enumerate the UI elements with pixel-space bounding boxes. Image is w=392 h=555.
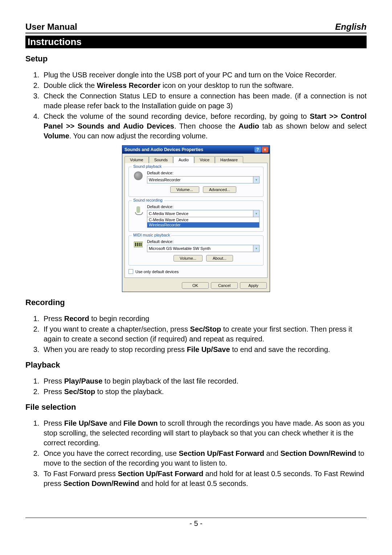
about-button[interactable]: About... <box>206 255 233 262</box>
text: to begin playback of the last file recor… <box>102 377 238 385</box>
dialog-wrap: Sounds and Audio Devices Properties ? × … <box>25 145 367 292</box>
text: When you are ready to stop recording pre… <box>44 345 187 353</box>
text: . You can now adjust the recording volum… <box>69 132 208 140</box>
list-item: Once you have the correct recording, use… <box>41 449 367 468</box>
bold: Section Up/Fast Forward <box>179 449 264 457</box>
header-right: English <box>335 22 367 32</box>
tab-body: Sound playback Default device: WirelessR… <box>124 163 268 278</box>
help-icon[interactable]: ? <box>254 147 261 153</box>
setup-list: Plug the USB receiver dongle into the US… <box>25 70 367 141</box>
recording-device-dropdown[interactable]: C-Media Wave Device ▾ <box>147 210 260 217</box>
dialog-buttons: OK Cancel Apply <box>122 280 270 292</box>
chevron-down-icon[interactable]: ▾ <box>253 177 259 183</box>
text: and <box>264 449 280 457</box>
bold: Volume <box>44 132 69 140</box>
tab-volume[interactable]: Volume <box>124 156 149 163</box>
option[interactable]: C-Media Wave Device <box>147 217 259 222</box>
close-icon[interactable]: × <box>262 147 268 153</box>
text: Press <box>44 419 64 427</box>
text: to stop the playback. <box>95 388 164 396</box>
header-left: User Manual <box>25 22 77 32</box>
text: Press <box>44 315 64 323</box>
text: Plug the USB receiver dongle into the US… <box>44 71 336 79</box>
text: Once you have the correct recording, use <box>44 449 179 457</box>
list-item: Check the Connection Status LED to ensur… <box>41 91 367 111</box>
bold: Record <box>64 315 89 323</box>
dropdown-value: WirelessRecorder <box>147 178 253 182</box>
text: If you want to create a chapter/section,… <box>44 325 190 333</box>
checkbox-label: Use only default devices <box>135 270 179 274</box>
label-default-device: Default device: <box>147 239 260 244</box>
text: To Fast Forward press <box>44 470 118 478</box>
group-title: Sound playback <box>132 164 163 169</box>
group-title: MIDI music playback <box>132 233 171 237</box>
header-row: User Manual English <box>25 22 367 33</box>
bold: Sec/Stop <box>64 388 95 396</box>
advanced-button[interactable]: Advanced... <box>203 186 236 193</box>
apply-button[interactable]: Apply <box>240 282 267 289</box>
midi-icon <box>132 239 144 250</box>
list-item: To Fast Forward press Section Up/Fast Fo… <box>41 469 367 489</box>
section-banner-instructions: Instructions <box>25 36 367 48</box>
bold: Section Down/Rewind <box>281 449 356 457</box>
volume-button[interactable]: Volume... <box>173 255 203 262</box>
list-item: Press Record to begin recording <box>41 314 367 324</box>
list-item: Press Sec/Stop to stop the playback. <box>41 387 367 397</box>
group-title: Sound recording <box>132 198 164 202</box>
text: Check the Connection Status LED to ensur… <box>44 92 367 110</box>
text: Press <box>44 388 64 396</box>
bold: File Down <box>123 419 158 427</box>
bold: Play/Pause <box>64 377 103 385</box>
bold: File Up/Save <box>64 419 107 427</box>
heading-file-selection: File selection <box>25 402 367 412</box>
titlebar-text: Sounds and Audio Devices Properties <box>124 147 203 152</box>
list-item: Plug the USB receiver dongle into the US… <box>41 70 367 80</box>
bold: Section Down/Rewind <box>63 479 139 487</box>
tab-hardware[interactable]: Hardware <box>215 156 243 163</box>
tab-audio[interactable]: Audio <box>173 156 194 163</box>
use-only-default-row[interactable]: Use only default devices <box>128 269 264 274</box>
recording-device-options[interactable]: C-Media Wave Device WirelessRecorder <box>147 217 260 228</box>
ok-button[interactable]: OK <box>182 282 209 289</box>
dropdown-value: Microsoft GS Wavetable SW Synth <box>147 246 253 251</box>
recording-list: Press Record to begin recording If you w… <box>25 314 367 355</box>
text: to begin recording <box>89 315 150 323</box>
midi-device-dropdown[interactable]: Microsoft GS Wavetable SW Synth ▾ <box>147 245 260 252</box>
heading-recording: Recording <box>25 298 367 307</box>
option-selected[interactable]: WirelessRecorder <box>147 222 259 227</box>
microphone-icon <box>132 204 144 215</box>
list-item: If you want to create a chapter/section,… <box>41 324 367 344</box>
text: Press <box>44 377 64 385</box>
chevron-down-icon[interactable]: ▾ <box>253 210 259 217</box>
list-item: Double click the Wireless Recorder icon … <box>41 81 367 90</box>
bold: Section Up/Fast Forward <box>118 470 204 478</box>
page-footer: - 5 - <box>25 518 367 528</box>
text: tab as shown below and select <box>259 122 367 130</box>
cancel-button[interactable]: Cancel <box>211 282 238 289</box>
text: . Then choose the <box>174 122 238 130</box>
volume-button[interactable]: Volume... <box>170 186 199 193</box>
chevron-down-icon[interactable]: ▾ <box>253 245 259 252</box>
tab-strip: Volume Sounds Audio Voice Hardware <box>122 154 270 163</box>
tab-sounds[interactable]: Sounds <box>149 156 173 163</box>
tab-voice[interactable]: Voice <box>194 156 215 163</box>
text: icon on your desktop to run the software… <box>160 81 294 89</box>
group-sound-recording: Sound recording Default device: C-Media … <box>128 200 264 232</box>
group-sound-playback: Sound playback Default device: WirelessR… <box>128 167 264 197</box>
label-default-device: Default device: <box>147 171 260 175</box>
playback-device-dropdown[interactable]: WirelessRecorder ▾ <box>147 176 260 183</box>
checkbox[interactable] <box>128 269 133 274</box>
speaker-icon <box>132 170 144 182</box>
bold: Wireless Recorder <box>97 81 160 89</box>
bold: File Up/Save <box>187 345 230 353</box>
text: and hold for at least 0.5 seconds. <box>139 479 248 487</box>
titlebar[interactable]: Sounds and Audio Devices Properties ? × <box>122 146 270 154</box>
page: User Manual English Instructions Setup P… <box>0 0 392 542</box>
heading-playback: Playback <box>25 360 367 370</box>
text: Double click the <box>44 81 97 89</box>
text: to end and save the recording. <box>230 345 330 353</box>
dropdown-value: C-Media Wave Device <box>147 211 253 216</box>
text: and <box>107 419 123 427</box>
list-item: Press Play/Pause to begin playback of th… <box>41 376 367 386</box>
titlebar-buttons: ? × <box>254 147 268 153</box>
